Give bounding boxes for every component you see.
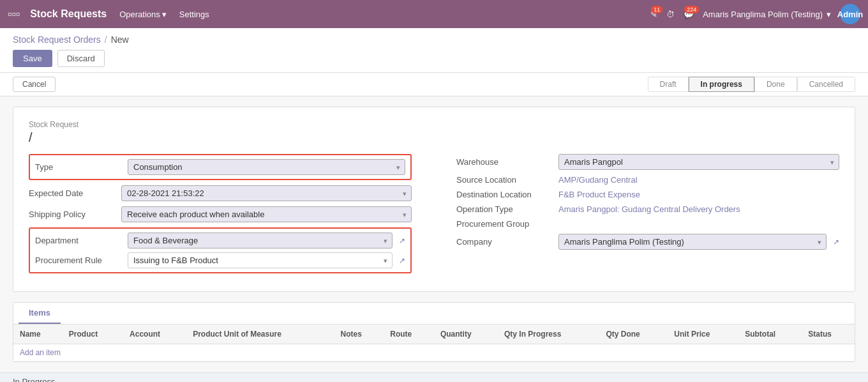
company-ext-link-icon[interactable]: ↗ xyxy=(833,238,839,247)
procurement-group-row: Procurement Group xyxy=(456,219,839,229)
department-field-group: Department Food & Beverage ↗ Proc xyxy=(29,227,412,273)
tab-items[interactable]: Items xyxy=(19,303,61,324)
procurement-rule-select-wrapper: Issuing to F&B Product xyxy=(128,252,393,268)
expected-date-row: Expected Date xyxy=(29,185,412,201)
table-header-row: Name Product Account Product Unit of Mea… xyxy=(13,325,855,344)
procurement-group-label: Procurement Group xyxy=(456,219,558,229)
navbar-menu: Operations ▾ Settings xyxy=(119,10,209,19)
operation-type-link[interactable]: Amaris Pangpol: Gudang Central Delivery … xyxy=(558,204,740,214)
expected-date-label: Expected Date xyxy=(29,188,121,198)
department-ext-link-icon[interactable]: ↗ xyxy=(399,236,405,245)
breadcrumb-current: New xyxy=(111,34,129,45)
warehouse-select[interactable]: Amaris Pangpol xyxy=(558,154,839,170)
source-location-link[interactable]: AMP/Gudang Central xyxy=(558,175,638,185)
status-text: In Progress xyxy=(13,377,55,382)
col-unit-price: Unit Price xyxy=(668,325,738,344)
type-field-group: Type Consumption xyxy=(29,154,412,180)
clock-notifications[interactable]: ⏱ xyxy=(666,10,675,19)
company-label: Company xyxy=(456,237,558,247)
department-select[interactable]: Food & Beverage xyxy=(128,233,393,248)
breadcrumb-parent[interactable]: Stock Request Orders xyxy=(13,34,101,45)
procurement-rule-label: Procurement Rule xyxy=(35,256,128,265)
cancel-button[interactable]: Cancel xyxy=(13,77,56,92)
company-select[interactable]: Amaris Panglima Polim (Testing) xyxy=(558,234,827,250)
warehouse-row: Warehouse Amaris Pangpol xyxy=(456,154,839,170)
shipping-policy-row: Shipping Policy Receive each product whe… xyxy=(29,206,412,222)
type-select-wrapper: Consumption xyxy=(128,159,405,175)
col-account: Account xyxy=(123,325,186,344)
edit-notifications[interactable]: ✎ 11 xyxy=(650,10,657,19)
form-card: Stock Request / Type Consumption xyxy=(13,107,855,292)
source-location-label: Source Location xyxy=(456,175,558,185)
department-wrapper: Food & Beverage ↗ xyxy=(128,233,405,248)
destination-location-row: Destination Location F&B Product Expense xyxy=(456,190,839,199)
col-quantity: Quantity xyxy=(434,325,498,344)
col-route: Route xyxy=(384,325,434,344)
form-left: Type Consumption Expected Date xyxy=(29,154,412,279)
company-wrapper: Amaris Panglima Polim (Testing) ↗ xyxy=(558,234,839,250)
discard-button[interactable]: Discard xyxy=(57,50,105,67)
col-name: Name xyxy=(13,325,63,344)
table-container: Name Product Account Product Unit of Mea… xyxy=(13,325,855,362)
status-bar: Cancel Draft In progress Done Cancelled xyxy=(0,73,868,96)
procurement-rule-wrapper: Issuing to F&B Product ↗ xyxy=(128,252,405,268)
user-name: Amaris Panglima Polim (Testing) xyxy=(703,10,823,19)
source-location-value: AMP/Gudang Central xyxy=(558,175,839,185)
apps-icon[interactable]: ▫▫▫ xyxy=(8,8,20,21)
user-menu[interactable]: Amaris Panglima Polim (Testing) ▾ xyxy=(703,10,831,19)
destination-location-value: F&B Product Expense xyxy=(558,190,839,199)
step-cancelled[interactable]: Cancelled xyxy=(797,77,855,92)
department-select-wrapper: Food & Beverage xyxy=(128,233,393,248)
procurement-rule-select[interactable]: Issuing to F&B Product xyxy=(128,252,393,268)
step-draft[interactable]: Draft xyxy=(648,77,689,92)
form-title: / xyxy=(29,130,839,145)
app-title: Stock Requests xyxy=(30,8,107,20)
col-qty-done: Qty Done xyxy=(599,325,668,344)
toolbar: Save Discard xyxy=(13,45,855,67)
form-subtitle: Stock Request xyxy=(29,120,839,129)
tabs-section: Items Name Product Account Product Unit … xyxy=(13,302,855,362)
step-inprogress[interactable]: In progress xyxy=(689,77,754,92)
shipping-policy-select[interactable]: Receive each product when available xyxy=(121,206,412,222)
breadcrumb: Stock Request Orders / New xyxy=(13,34,855,45)
col-product-uom: Product Unit of Measure xyxy=(186,325,334,344)
col-subtotal: Subtotal xyxy=(738,325,802,344)
type-label: Type xyxy=(35,162,128,172)
col-status: Status xyxy=(802,325,855,344)
chat-notifications[interactable]: 💬 224 xyxy=(684,10,694,19)
procurement-rule-row: Procurement Rule Issuing to F&B Product … xyxy=(35,252,405,268)
breadcrumb-section: Stock Request Orders / New Save Discard xyxy=(0,28,868,73)
shipping-policy-wrapper: Receive each product when available xyxy=(121,206,412,222)
nav-settings[interactable]: Settings xyxy=(179,10,209,19)
destination-location-label: Destination Location xyxy=(456,190,558,199)
main-content: Stock Request / Type Consumption xyxy=(0,96,868,372)
procurement-rule-ext-link-icon[interactable]: ↗ xyxy=(399,256,405,265)
operation-type-row: Operation Type Amaris Pangpol: Gudang Ce… xyxy=(456,204,839,214)
avatar[interactable]: Admin xyxy=(840,4,860,24)
expected-date-input[interactable] xyxy=(121,185,412,201)
chevron-down-icon: ▾ xyxy=(827,10,831,19)
navbar-right: ✎ 11 ⏱ 💬 224 Amaris Panglima Polim (Test… xyxy=(650,4,860,24)
add-item-row[interactable]: Add an item xyxy=(13,344,855,362)
form-body: Type Consumption Expected Date xyxy=(29,154,839,279)
form-header: Stock Request / xyxy=(29,120,839,145)
expected-date-wrapper xyxy=(121,185,412,201)
status-steps: Draft In progress Done Cancelled xyxy=(648,77,855,92)
warehouse-select-wrapper: Amaris Pangpol xyxy=(558,154,839,170)
department-label: Department xyxy=(35,236,128,245)
col-notes: Notes xyxy=(334,325,384,344)
type-select[interactable]: Consumption xyxy=(128,159,405,175)
form-right: Warehouse Amaris Pangpol Source Location… xyxy=(437,154,839,279)
clock-icon: ⏱ xyxy=(666,10,675,19)
destination-location-link[interactable]: F&B Product Expense xyxy=(558,190,640,199)
company-select-wrapper: Amaris Panglima Polim (Testing) xyxy=(558,234,827,250)
chevron-down-icon: ▾ xyxy=(162,10,167,19)
operation-type-label: Operation Type xyxy=(456,204,558,214)
source-location-row: Source Location AMP/Gudang Central xyxy=(456,175,839,185)
add-item-cell[interactable]: Add an item xyxy=(13,344,855,362)
step-done[interactable]: Done xyxy=(754,77,797,92)
breadcrumb-separator: / xyxy=(105,34,107,45)
save-button[interactable]: Save xyxy=(13,50,52,67)
nav-operations[interactable]: Operations ▾ xyxy=(119,10,167,19)
navbar: ▫▫▫ Stock Requests Operations ▾ Settings… xyxy=(0,0,868,28)
